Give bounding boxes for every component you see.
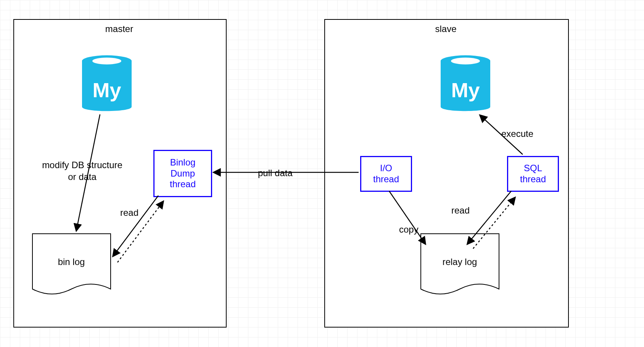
edge-read-master-label: read [120, 207, 138, 218]
master-title: master [13, 24, 225, 34]
edge-pull-label: pull data [258, 167, 293, 179]
edge-modify-label: modify DB structure or data [34, 159, 131, 183]
edge-copy-label: copy [399, 223, 419, 235]
binlog-dump-thread-box: Binlog Dump thread [153, 150, 212, 197]
io-thread-box: I/O thread [360, 156, 412, 192]
diagram-canvas: master slave Binlog Dump thread I/O thre… [0, 0, 644, 347]
slave-title: slave [324, 24, 567, 34]
edge-read-slave-label: read [451, 204, 470, 216]
sql-thread-box: SQL thread [507, 156, 559, 192]
edge-execute-label: execute [501, 128, 533, 140]
